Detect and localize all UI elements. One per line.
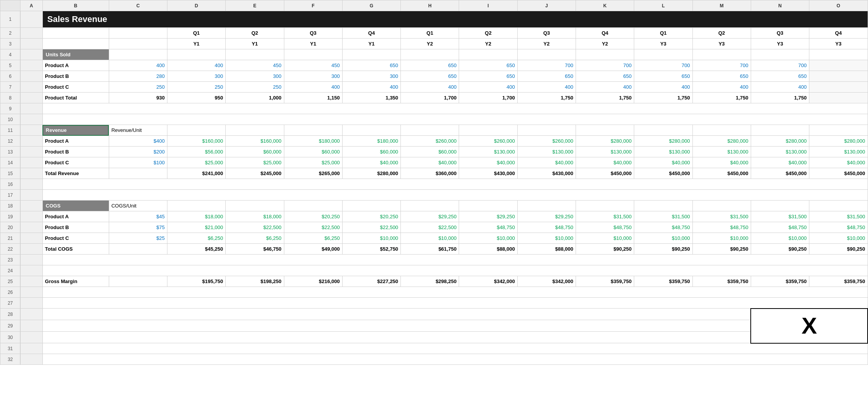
cell-I13: $130,000 xyxy=(459,147,517,157)
cell-C13-unit[interactable]: $200 xyxy=(109,147,167,157)
cell-M5[interactable]: 700 xyxy=(692,60,751,71)
col-header-D[interactable]: D xyxy=(167,0,225,11)
cell-H19: $29,250 xyxy=(401,211,459,222)
col-header-I[interactable]: I xyxy=(459,0,517,11)
cell-D5[interactable]: 400 xyxy=(167,60,225,71)
cell-N5[interactable]: 700 xyxy=(751,60,809,71)
cell-B30 xyxy=(42,332,751,343)
cell-G3: Y1 xyxy=(342,39,400,49)
cell-G6[interactable]: 300 xyxy=(342,71,400,82)
cell-K6[interactable]: 650 xyxy=(576,71,634,82)
rn-16: 16 xyxy=(0,179,20,190)
col-header-F[interactable]: F xyxy=(284,0,342,11)
cell-C12-unit[interactable]: $400 xyxy=(109,136,167,147)
cell-D14: $25,000 xyxy=(167,157,225,168)
cell-M7[interactable]: 400 xyxy=(692,82,751,93)
cell-F22: $49,000 xyxy=(284,244,342,255)
rn-22: 22 xyxy=(0,244,20,255)
cell-N6[interactable]: 650 xyxy=(751,71,809,82)
cell-D2: Q1 xyxy=(167,28,225,39)
cell-K2: Q4 xyxy=(576,28,634,39)
cell-M6[interactable]: 650 xyxy=(692,71,751,82)
col-header-A[interactable]: A xyxy=(20,0,42,11)
cell-H7[interactable]: 400 xyxy=(401,82,459,93)
cell-H18 xyxy=(401,201,459,211)
cell-B13-label: Product B xyxy=(42,147,109,157)
cell-O3: Y3 xyxy=(809,39,868,49)
cell-C7[interactable]: 250 xyxy=(109,82,167,93)
cell-I7[interactable]: 400 xyxy=(459,82,517,93)
cell-A30 xyxy=(20,332,42,343)
cell-I21: $10,000 xyxy=(459,233,517,244)
cell-I5[interactable]: 650 xyxy=(459,60,517,71)
rn-26: 26 xyxy=(0,287,20,298)
cell-D7[interactable]: 250 xyxy=(167,82,225,93)
rn-10: 10 xyxy=(0,114,20,125)
col-header-C[interactable]: C xyxy=(109,0,167,11)
col-header-M[interactable]: M xyxy=(692,0,751,11)
cell-J5[interactable]: 700 xyxy=(517,60,576,71)
col-header-J[interactable]: J xyxy=(517,0,576,11)
rn-2: 2 xyxy=(0,28,20,39)
col-header-L[interactable]: L xyxy=(634,0,692,11)
cell-A9 xyxy=(20,103,42,114)
cell-G5[interactable]: 650 xyxy=(342,60,400,71)
cell-L5[interactable]: 700 xyxy=(634,60,692,71)
cell-B20-label: Product B xyxy=(42,222,109,233)
cell-F6[interactable]: 300 xyxy=(284,71,342,82)
col-header-G[interactable]: G xyxy=(342,0,400,11)
cell-E6[interactable]: 300 xyxy=(226,71,284,82)
cell-D21: $6,250 xyxy=(167,233,225,244)
col-header-B[interactable]: B xyxy=(42,0,109,11)
cell-C5[interactable]: 400 xyxy=(109,60,167,71)
cell-D6[interactable]: 300 xyxy=(167,71,225,82)
cell-F7[interactable]: 400 xyxy=(284,82,342,93)
cell-O22: $90,250 xyxy=(809,244,868,255)
cell-A21 xyxy=(20,233,42,244)
cell-L7[interactable]: 400 xyxy=(634,82,692,93)
col-header-N[interactable]: N xyxy=(751,0,809,11)
cell-L6[interactable]: 650 xyxy=(634,71,692,82)
cell-B26 xyxy=(42,287,868,298)
cell-C6[interactable]: 280 xyxy=(109,71,167,82)
cell-G7[interactable]: 400 xyxy=(342,82,400,93)
cell-F3: Y1 xyxy=(284,39,342,49)
cell-F5[interactable]: 450 xyxy=(284,60,342,71)
cell-E7[interactable]: 250 xyxy=(226,82,284,93)
rn-13: 13 xyxy=(0,147,20,157)
cell-C21-unit[interactable]: $25 xyxy=(109,233,167,244)
cell-I4 xyxy=(459,49,517,60)
cell-H3: Y2 xyxy=(401,39,459,49)
cell-I6[interactable]: 650 xyxy=(459,71,517,82)
cell-C14-unit[interactable]: $100 xyxy=(109,157,167,168)
cell-O25: $359,750 xyxy=(809,276,868,287)
col-header-E[interactable]: E xyxy=(226,0,284,11)
cell-I8: 1,700 xyxy=(459,93,517,103)
row-32: 32 xyxy=(0,354,868,365)
row-13: 13 Product B $200 $56,000 $60,000 $60,00… xyxy=(0,147,868,157)
cell-O20: $48,750 xyxy=(809,222,868,233)
cell-J7[interactable]: 400 xyxy=(517,82,576,93)
cell-K7[interactable]: 400 xyxy=(576,82,634,93)
col-header-O[interactable]: O xyxy=(809,0,868,11)
col-header-H[interactable]: H xyxy=(401,0,459,11)
grid-area[interactable]: A B C D E F G H I J K L M N O xyxy=(0,0,868,393)
cell-L13: $130,000 xyxy=(634,147,692,157)
rn-23: 23 xyxy=(0,255,20,265)
cell-C19-unit[interactable]: $45 xyxy=(109,211,167,222)
cell-J21: $10,000 xyxy=(517,233,576,244)
cell-K20: $48,750 xyxy=(576,222,634,233)
cell-K3: Y2 xyxy=(576,39,634,49)
cell-E5[interactable]: 450 xyxy=(226,60,284,71)
cell-F14: $25,000 xyxy=(284,157,342,168)
cell-K5[interactable]: 700 xyxy=(576,60,634,71)
cell-J6[interactable]: 650 xyxy=(517,71,576,82)
cell-H6[interactable]: 650 xyxy=(401,71,459,82)
cell-H5[interactable]: 650 xyxy=(401,60,459,71)
cell-C20-unit[interactable]: $75 xyxy=(109,222,167,233)
col-header-K[interactable]: K xyxy=(576,0,634,11)
row-24: 24 xyxy=(0,265,868,276)
cell-N7[interactable]: 400 xyxy=(751,82,809,93)
cell-A7 xyxy=(20,82,42,93)
cell-O15: $450,000 xyxy=(809,168,868,179)
